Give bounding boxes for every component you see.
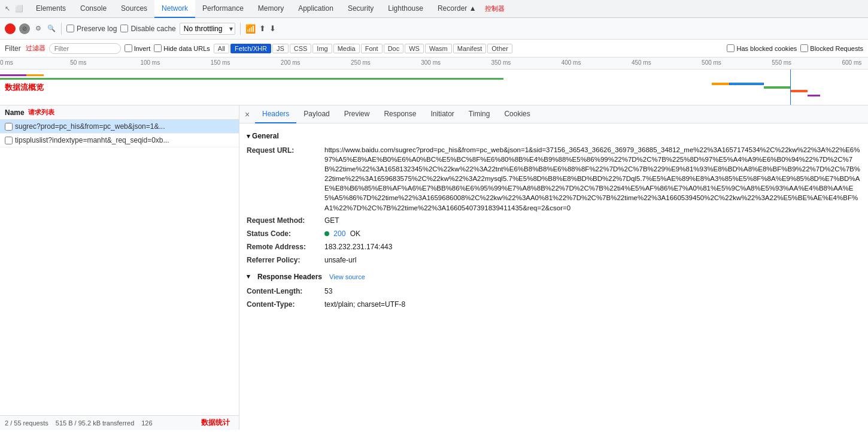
filter-btn-css[interactable]: CSS: [290, 44, 312, 53]
tab-performance[interactable]: Performance: [195, 0, 251, 18]
detail-tab-response[interactable]: Response: [377, 105, 423, 123]
inspect-icon[interactable]: ↖: [2, 4, 12, 14]
filter-buttons: AllFetch/XHRJSCSSImgMediaFontDocWSWasmMa…: [214, 44, 512, 53]
record-button[interactable]: [5, 23, 16, 34]
transferred-size: 515 B / 95.2 kB transferred: [56, 419, 134, 427]
response-header-row-0: Content-Length:53: [247, 286, 861, 297]
tab-recorder[interactable]: Recorder ▲: [430, 0, 484, 18]
device-icon[interactable]: ⬜: [14, 4, 24, 14]
status-dot-icon: [324, 231, 329, 236]
filter-btn-fetch-xhr[interactable]: Fetch/XHR: [230, 44, 271, 53]
hide-data-urls-label[interactable]: Hide data URLs: [154, 44, 210, 52]
remote-address-val: 183.232.231.174:443: [324, 241, 861, 252]
tab-security[interactable]: Security: [341, 0, 381, 18]
disable-cache-text: Disable cache: [130, 25, 175, 33]
filter-btn-js[interactable]: JS: [272, 44, 289, 53]
has-blocked-cookies-label[interactable]: Has blocked cookies: [727, 44, 797, 52]
tab-elements[interactable]: Elements: [29, 0, 73, 18]
detail-tab-list: HeadersPayloadPreviewResponseInitiatorTi…: [255, 105, 538, 123]
ruler-tick-9: 450 ms: [632, 59, 651, 66]
throttle-select[interactable]: No throttling: [180, 23, 235, 35]
view-source-link[interactable]: View source: [329, 273, 365, 280]
request-checkbox-0[interactable]: [5, 123, 13, 131]
requests-red-label: 请求列表: [28, 108, 54, 117]
detail-tab-initiator[interactable]: Initiator: [423, 105, 461, 123]
ruler-tick-5: 250 ms: [351, 59, 371, 66]
waterfall-overview: 数据流概览: [0, 70, 868, 105]
download-icon[interactable]: ⬇: [269, 24, 276, 33]
request-checkbox-1[interactable]: [5, 137, 13, 144]
filter-btn-media[interactable]: Media: [333, 44, 360, 53]
wf-bar-7: [764, 86, 790, 89]
tab-network[interactable]: Network: [154, 0, 195, 18]
ruler-tick-2: 100 ms: [140, 59, 160, 66]
filter-btn-all[interactable]: All: [214, 44, 229, 53]
tab-memory[interactable]: Memory: [251, 0, 291, 18]
wifi-icon[interactable]: 📶: [245, 24, 256, 34]
ruler-tick-7: 350 ms: [491, 59, 511, 66]
close-detail-button[interactable]: ×: [242, 109, 253, 120]
requests-list[interactable]: sugrec?prod=pc_his&from=pc_web&json=1&..…: [0, 120, 239, 430]
detail-tabs: × HeadersPayloadPreviewResponseInitiator…: [239, 105, 868, 123]
tab-application[interactable]: Application: [291, 0, 341, 18]
filter-btn-doc[interactable]: Doc: [384, 44, 404, 53]
filter-btn-font[interactable]: Font: [361, 44, 383, 53]
detail-tab-preview[interactable]: Preview: [337, 105, 377, 123]
filter-btn-other[interactable]: Other: [487, 44, 512, 53]
overview-label: 数据流概览: [5, 82, 44, 93]
request-item-1[interactable]: tipspluslist?indextype=manht&_req_seqid=…: [0, 134, 239, 147]
bottom-info-bar: 2 / 55 requests 515 B / 95.2 kB transfer…: [0, 415, 239, 430]
filter-btn-ws[interactable]: WS: [405, 44, 424, 53]
request-method-val: GET: [324, 215, 861, 226]
tab-sources[interactable]: Sources: [114, 0, 154, 18]
filter-btn-manifest[interactable]: Manifest: [453, 44, 487, 53]
response-headers-title-text: Response Headers: [257, 273, 322, 281]
hide-data-urls-checkbox[interactable]: [154, 44, 162, 52]
ruler-tick-10: 500 ms: [702, 59, 721, 66]
size-value: 126: [141, 419, 152, 427]
blocked-requests-label[interactable]: Blocked Requests: [800, 44, 863, 52]
status-code-key: Status Code:: [247, 228, 324, 239]
filter-icon[interactable]: ⚙: [34, 24, 43, 34]
status-code-num: 200: [333, 229, 345, 238]
search-icon[interactable]: 🔍: [47, 24, 56, 34]
tab-console[interactable]: Console: [73, 0, 114, 18]
wf-bar-6: [729, 83, 764, 85]
filter-btn-wasm[interactable]: Wasm: [425, 44, 452, 53]
invert-checkbox-label[interactable]: Invert: [125, 44, 151, 52]
upload-icon[interactable]: ⬆: [259, 24, 266, 33]
requests-count: 2 / 55 requests: [5, 419, 48, 427]
disable-cache-checkbox[interactable]: [120, 25, 128, 32]
has-blocked-cookies-text: Has blocked cookies: [736, 45, 797, 52]
remote-address-key: Remote Address:: [247, 241, 324, 252]
controller-label: 控制器: [485, 4, 505, 13]
resp-header-val-1: text/plain; charset=UTF-8: [324, 299, 861, 310]
throttle-wrapper: No throttling: [180, 23, 235, 35]
wf-bar-8: [790, 90, 808, 92]
main-split: Name 请求列表 sugrec?prod=pc_his&from=pc_web…: [0, 105, 868, 430]
clear-button[interactable]: ⊘: [19, 23, 30, 34]
preserve-log-checkbox[interactable]: [66, 25, 74, 32]
ruler: 0 ms50 ms100 ms150 ms200 ms250 ms300 ms3…: [0, 58, 868, 70]
resp-header-key-0: Content-Length:: [247, 286, 324, 297]
ruler-tick-11: 550 ms: [772, 59, 791, 66]
blocked-requests-checkbox[interactable]: [800, 44, 808, 52]
invert-checkbox[interactable]: [125, 44, 132, 52]
tab-lighthouse[interactable]: Lighthouse: [381, 0, 430, 18]
detail-tab-payload[interactable]: Payload: [296, 105, 336, 123]
detail-tab-cookies[interactable]: Cookies: [497, 105, 537, 123]
disable-cache-label[interactable]: Disable cache: [120, 25, 175, 33]
network-toolbar: ⊘ ⚙ 🔍 Preserve log Disable cache No thro…: [0, 18, 868, 40]
response-header-row-1: Content-Type:text/plain; charset=UTF-8: [247, 299, 861, 310]
detail-tab-timing[interactable]: Timing: [462, 105, 497, 123]
detail-content[interactable]: General Request URL: https://www.baidu.c…: [239, 123, 868, 430]
request-method-row: Request Method: GET: [247, 215, 861, 226]
name-header: Name: [5, 108, 25, 117]
filter-btn-img[interactable]: Img: [312, 44, 332, 53]
hide-data-urls-text: Hide data URLs: [163, 45, 210, 52]
preserve-log-label[interactable]: Preserve log: [66, 25, 117, 33]
request-item-0[interactable]: sugrec?prod=pc_his&from=pc_web&json=1&..…: [0, 120, 239, 134]
filter-input[interactable]: [49, 43, 121, 54]
detail-tab-headers[interactable]: Headers: [255, 105, 296, 123]
has-blocked-cookies-checkbox[interactable]: [727, 44, 735, 52]
